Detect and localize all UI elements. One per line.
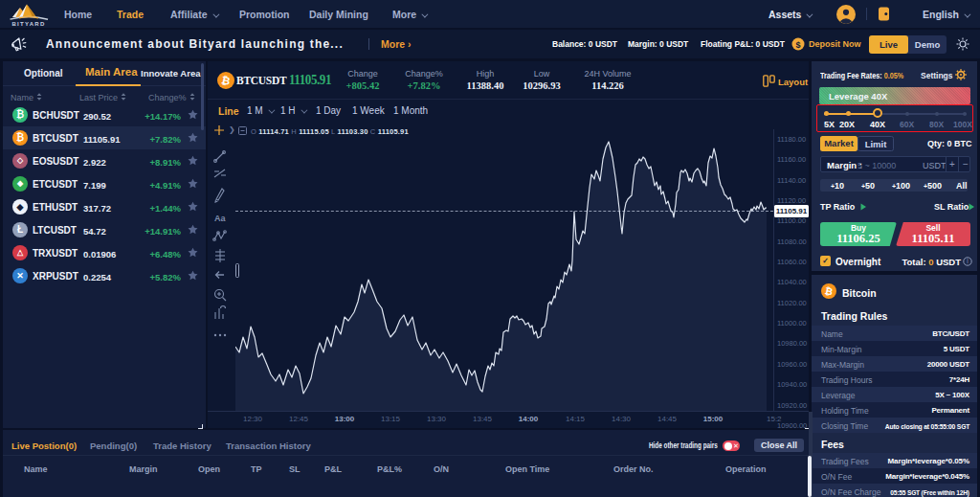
- svg-text:$: $: [795, 40, 800, 50]
- svg-text:BITYARD: BITYARD: [11, 21, 45, 27]
- svg-text:i: i: [967, 258, 968, 264]
- svg-text:Aa: Aa: [214, 214, 226, 223]
